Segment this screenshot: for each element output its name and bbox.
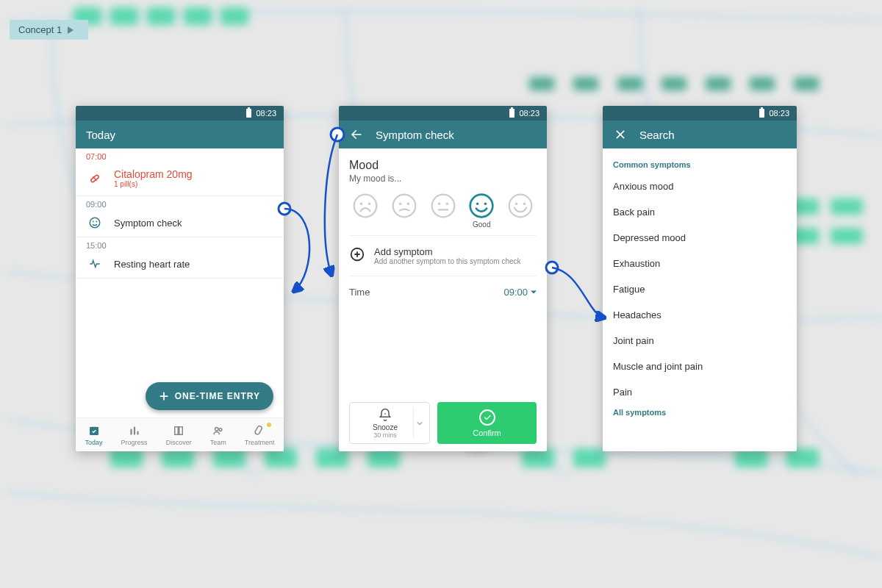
search-content: Common symptoms Anxious mood Back pain D… [603,148,797,451]
schedule-item-med: 07:00 Citalopram 20mg 1 pill(s) [76,148,284,196]
schedule-row[interactable]: Citalopram 20mg 1 pill(s) [76,162,284,196]
status-bar: 08:23 [603,106,797,121]
symptom-item[interactable]: Back pain [613,199,786,225]
schedule-item-symptom: 09:00 Symptom check [76,196,284,237]
schedule-row[interactable]: Symptom check [76,210,284,237]
close-button[interactable] [613,127,628,142]
svg-point-32 [96,221,97,223]
svg-point-50 [509,195,532,218]
time-label: 09:00 [76,196,284,210]
concept-tag[interactable]: Concept 1 [10,20,88,40]
svg-point-35 [219,428,222,431]
symptom-item[interactable]: Muscle and joint pain [613,354,786,379]
book-icon [172,424,185,437]
mood-faces: Good [349,193,537,236]
play-icon [68,26,74,34]
face-meh[interactable] [391,193,417,219]
treatment-icon [253,424,266,437]
svg-point-49 [484,203,487,206]
svg-rect-8 [617,77,642,90]
bars-icon [128,424,141,437]
bell-snooze-icon: z [378,407,392,422]
symptom-item[interactable]: Depressed mood [613,225,786,251]
nav-progress[interactable]: Progress [121,424,148,446]
face-neutral[interactable] [430,193,456,219]
face-good[interactable] [468,193,495,219]
phone-search: 08:23 Search Common symptoms Anxious moo… [603,106,797,451]
svg-rect-3 [147,7,175,25]
item-title: Symptom check [114,218,182,229]
confirm-button[interactable]: Confirm [437,402,537,444]
symptom-item[interactable]: Pain [613,379,786,405]
svg-rect-5 [220,7,248,25]
face-great[interactable] [507,193,534,219]
status-time: 08:23 [519,109,539,118]
svg-point-39 [368,203,371,206]
svg-point-51 [515,203,518,206]
page-title: Today [86,129,115,141]
item-sub: 1 pill(s) [114,180,193,188]
mood-subheading: My mood is... [349,173,537,184]
svg-point-40 [392,195,415,218]
svg-point-34 [215,427,218,431]
nav-label: Treatment [245,439,275,446]
arrow-left-icon [350,128,363,141]
schedule-row[interactable]: Resting heart rate [76,251,284,279]
svg-point-37 [354,195,377,218]
svg-rect-2 [110,7,138,25]
svg-point-30 [90,218,100,228]
add-symptom-row[interactable]: Add symptom Add another symptom to this … [349,236,537,276]
nav-today[interactable]: Today [85,424,103,446]
page-title: Symptom check [376,129,454,141]
face-label: Good [473,220,490,229]
today-content: 07:00 Citalopram 20mg 1 pill(s) 09:00 Sy… [76,148,284,451]
svg-rect-24 [831,198,863,215]
symptom-content: Mood My mood is... Good Add symptom Add … [339,148,547,451]
face-icon [86,216,104,229]
svg-point-42 [406,203,409,206]
battery-icon [509,109,514,118]
svg-rect-9 [662,77,686,90]
svg-point-31 [93,221,94,223]
svg-text:z: z [384,412,386,415]
pulse-icon [86,257,104,270]
nav-label: Progress [121,439,148,446]
svg-rect-36 [254,425,262,434]
svg-rect-4 [184,7,212,25]
nav-label: Today [85,439,103,446]
symptom-item[interactable]: Fatigue [613,276,786,302]
status-bar: 08:23 [76,106,284,121]
snooze-duration: 30 mins [373,431,397,439]
item-title: Resting heart rate [114,259,190,270]
snooze-dropdown[interactable] [413,407,425,439]
nav-discover[interactable]: Discover [166,424,192,446]
status-time: 08:23 [256,109,276,118]
add-symptom-title: Add symptom [374,246,521,257]
svg-point-52 [523,203,526,206]
svg-rect-10 [706,77,731,90]
time-value[interactable]: 09:00 [503,287,537,298]
one-time-entry-button[interactable]: ONE-TIME ENTRY [146,382,273,410]
page-title: Search [639,129,675,141]
svg-rect-11 [750,77,775,90]
snooze-button[interactable]: z Snooze 30 mins [349,402,430,444]
bottom-nav: Today Progress Discover Team Treatment [76,417,284,451]
symptom-item[interactable]: Headaches [613,302,786,328]
chevron-down-icon [417,420,423,426]
nav-treatment[interactable]: Treatment [245,424,275,446]
back-button[interactable] [349,127,364,142]
phone-today: 08:23 Today 07:00 Citalopram 20mg 1 pill… [76,106,284,451]
phone-symptom-check: 08:23 Symptom check Mood My mood is... G… [339,106,547,451]
nav-team[interactable]: Team [210,424,226,446]
face-sad[interactable] [352,193,379,219]
item-title: Citalopram 20mg [114,168,193,180]
all-symptoms-heading: All symptoms [613,408,786,417]
svg-rect-26 [831,228,863,244]
symptom-item[interactable]: Joint pain [613,328,786,354]
svg-point-38 [360,203,363,206]
nav-label: Discover [166,439,192,446]
svg-point-47 [470,195,493,218]
symptom-item[interactable]: Anxious mood [613,173,786,199]
symptom-item[interactable]: Exhaustion [613,251,786,276]
svg-rect-7 [573,77,598,90]
